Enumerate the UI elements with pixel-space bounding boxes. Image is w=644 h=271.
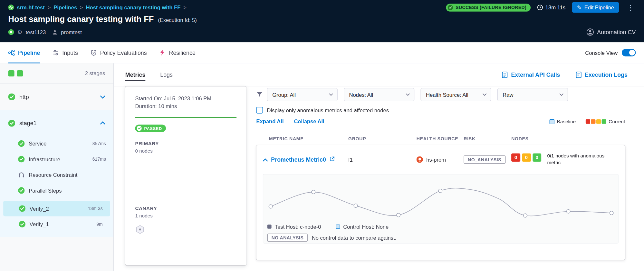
- metric-name-link[interactable]: Prometheus Metric0: [271, 156, 326, 163]
- chart-legend: Baseline Current: [550, 119, 625, 125]
- triggered-by-user: Automation CV: [586, 28, 636, 36]
- green-node-count: 0: [533, 154, 542, 162]
- resource-constraint-icon: [18, 172, 24, 178]
- health-source-filter-dropdown[interactable]: Health Source: All: [420, 88, 491, 101]
- check-circle-icon: [19, 205, 25, 212]
- check-circle-icon: [18, 156, 24, 162]
- step-item-verify-2[interactable]: Verify_2 13m 3s: [3, 201, 110, 216]
- step-item-infrastructure[interactable]: Infrastructure 617ms: [0, 151, 113, 167]
- breadcrumb: srm-hf-test > Pipelines > Host sampling …: [8, 4, 187, 10]
- nodes-cell: 0 0 0 0/1 nodes with anomalous metric: [511, 154, 619, 166]
- chart-data-point[interactable]: [567, 210, 570, 213]
- user-circle-icon: [586, 28, 594, 36]
- risk-orange-swatch: [591, 119, 595, 124]
- step-item-parallel-steps[interactable]: Parallel Steps: [0, 183, 113, 198]
- check-circle-icon: [19, 221, 25, 227]
- expand-all-link[interactable]: Expand All: [256, 118, 284, 125]
- breadcrumb-pipelines[interactable]: Pipelines: [53, 4, 77, 10]
- view-mode-dropdown[interactable]: Raw: [497, 88, 568, 101]
- col-group: GROUP: [348, 136, 417, 141]
- user-icon: [53, 29, 58, 35]
- pencil-icon: ✎: [577, 4, 582, 10]
- kebab-menu-icon[interactable]: ⋮: [626, 3, 636, 12]
- execution-logs-link[interactable]: Execution Logs: [576, 71, 628, 78]
- edit-pipeline-button[interactable]: ✎ Edit Pipeline: [572, 2, 619, 13]
- step-item-verify-1[interactable]: Verify_1 9m: [3, 216, 110, 232]
- current-label: Current: [609, 119, 625, 125]
- verification-duration: Duration: 10 mins: [135, 102, 236, 110]
- collapse-metric-chevron-icon[interactable]: [263, 156, 268, 163]
- stages-count: 2 stages: [85, 70, 105, 76]
- external-link-icon[interactable]: [329, 156, 335, 163]
- group-filter-dropdown[interactable]: Group: All: [267, 88, 338, 101]
- tab-inputs[interactable]: Inputs: [53, 42, 78, 63]
- passed-badge: PASSED: [135, 125, 166, 132]
- risk-badge: NO_ANALYSIS: [464, 156, 505, 164]
- chevron-down-icon: [559, 93, 563, 96]
- app-window: srm-hf-test > Pipelines > Host sampling …: [0, 0, 644, 271]
- metric-row: Prometheus Metric0 f1 hs-prom NO_ANALYSI…: [256, 145, 625, 174]
- chevron-down-icon[interactable]: [100, 95, 105, 98]
- chart-data-point[interactable]: [269, 205, 272, 208]
- verification-summary-card: Started On: Jul 5, 2023 1:06 PM Duration…: [125, 86, 246, 266]
- chart-data-point[interactable]: [524, 214, 527, 217]
- test-host-legend: Test Host: c-node-0: [267, 224, 321, 230]
- chevron-down-icon: [329, 93, 333, 96]
- chevron-down-icon: [406, 93, 410, 96]
- tab-pipeline[interactable]: Pipeline: [8, 42, 40, 63]
- col-nodes: NODES: [511, 136, 625, 141]
- breadcrumb-separator: >: [48, 4, 51, 10]
- breadcrumb-separator: >: [80, 4, 83, 10]
- metric-chart[interactable]: [263, 175, 619, 222]
- chart-data-point[interactable]: [397, 213, 400, 217]
- stages-summary: 2 stages: [0, 63, 113, 84]
- check-circle-icon: [8, 119, 15, 126]
- shield-check-icon: [90, 49, 97, 56]
- stage-item-http[interactable]: http: [0, 84, 113, 110]
- step-duration: 13m 3s: [88, 206, 103, 211]
- step-item-resource-constraint[interactable]: Resource Constraint: [0, 167, 113, 183]
- anomalous-only-checkbox[interactable]: [256, 107, 263, 113]
- step-details-panel: Metrics Logs External API Calls Executio…: [114, 63, 644, 271]
- chart-data-point[interactable]: [354, 204, 357, 207]
- canary-node-hexagon[interactable]: [135, 225, 236, 236]
- tab-policy-evaluations[interactable]: Policy Evaluations: [90, 42, 147, 63]
- success-check-icon: [448, 5, 453, 10]
- chart-data-point[interactable]: [610, 211, 613, 215]
- started-on: Started On: Jul 5, 2023 1:06 PM: [135, 95, 236, 102]
- anomalous-only-label: Display only anomalous metrics and affec…: [267, 107, 389, 113]
- chevron-up-icon[interactable]: [100, 121, 105, 125]
- col-health-source: HEALTH SOURCE: [417, 136, 464, 141]
- gear-icon: ⚙: [17, 29, 23, 35]
- trigger-tag: promtest: [61, 29, 82, 35]
- prometheus-health-source-icon: [417, 156, 423, 163]
- control-host-swatch: [336, 225, 340, 229]
- metric-health-source: hs-prom: [417, 156, 464, 163]
- breadcrumb-project[interactable]: srm-hf-test: [17, 4, 45, 10]
- analysis-message: No control data to compare against.: [312, 235, 397, 241]
- metric-group: f1: [348, 156, 417, 163]
- risk-red-swatch: [586, 119, 590, 124]
- red-node-count: 0: [511, 154, 520, 162]
- tab-logs[interactable]: Logs: [160, 63, 173, 86]
- chart-data-point[interactable]: [438, 189, 442, 193]
- step-item-service[interactable]: Service 857ms: [0, 136, 113, 151]
- primary-node-count: 0 nodes: [135, 148, 236, 154]
- chart-data-point[interactable]: [312, 190, 315, 194]
- collapse-all-link[interactable]: Collapse All: [294, 118, 324, 125]
- tab-resilience[interactable]: Resilience: [159, 42, 196, 63]
- srm-module-icon: [8, 5, 14, 10]
- console-view-toggle[interactable]: [622, 49, 636, 56]
- metrics-table-header: METRIC NAME GROUP HEALTH SOURCE RISK NOD…: [256, 136, 625, 141]
- external-api-calls-link[interactable]: External API Calls: [502, 71, 560, 78]
- baseline-label: Baseline: [557, 119, 576, 125]
- nodes-filter-dropdown[interactable]: Nodes: All: [344, 88, 414, 101]
- stage-item-stage1[interactable]: stage1: [0, 110, 113, 136]
- step-duration: 617ms: [92, 157, 106, 162]
- stage1-section: stage1 Service 857ms Infrastructure 617m…: [0, 110, 113, 237]
- tab-metrics[interactable]: Metrics: [125, 63, 146, 86]
- breadcrumb-pipeline-name[interactable]: Host sampling canary testing with FF: [86, 4, 181, 10]
- baseline-swatch: [550, 119, 554, 124]
- status-badge: SUCCESS (FAILURE IGNORED): [446, 4, 531, 11]
- clock-icon: [537, 5, 543, 10]
